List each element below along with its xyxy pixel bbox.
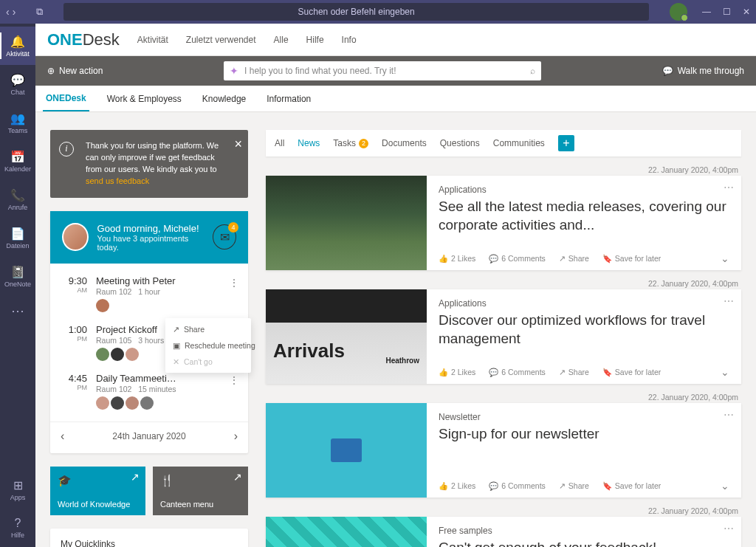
quicklinks-title: My Quicklinks	[61, 539, 238, 547]
banner-text: Thank you for using the platform. We can…	[86, 141, 219, 173]
appt-more-button[interactable]: ⋮	[229, 374, 239, 386]
rail-label: Anrufe	[8, 204, 28, 211]
new-action-button[interactable]: ⊕New action	[47, 66, 103, 76]
mail-badge: 4	[228, 222, 238, 233]
plus-circle-icon: ⊕	[47, 66, 55, 76]
appointment-row[interactable]: 4:45PM Daily Teammeeti… Raum 102 15 minu…	[50, 367, 248, 416]
chat-icon: 💬	[10, 73, 25, 87]
file-icon: 📄	[10, 227, 25, 241]
tile-canteen[interactable]: 🍴 ↗ Canteen menu	[153, 467, 248, 515]
rail-files[interactable]: 📄Dateien	[0, 219, 35, 257]
rail-calls[interactable]: 📞Anrufe	[0, 180, 35, 219]
help-search-input[interactable]: ✦ I help you to find what you need. Try …	[224, 61, 541, 80]
rail-onenote[interactable]: 📓OneNote	[0, 257, 35, 295]
header-link-help[interactable]: Hilfe	[306, 35, 324, 45]
ctx-share[interactable]: ↗Share	[165, 321, 251, 337]
appt-more-button[interactable]: ⋮	[229, 277, 239, 289]
rail-apps[interactable]: ⊞Apps	[0, 470, 35, 509]
card-headline: Can't get enough of your feedback!	[439, 539, 729, 547]
header-link-recent[interactable]: Zuletzt verwendet	[186, 35, 256, 45]
share-button[interactable]: ↗ Share	[559, 368, 589, 376]
forward-button[interactable]: ›	[13, 6, 16, 18]
expand-icon[interactable]: ⌄	[721, 252, 729, 264]
tab-knowledge[interactable]: Knowledge	[199, 86, 249, 111]
card-thumbnail	[266, 176, 427, 270]
header-link-all[interactable]: Alle	[274, 35, 289, 45]
rail-teams[interactable]: 👥Teams	[0, 103, 35, 142]
comments-button[interactable]: 💬 6 Comments	[489, 368, 546, 377]
ctx-cant-go: ✕Can't go	[165, 354, 251, 370]
filter-tasks[interactable]: Tasks2	[333, 138, 368, 148]
filter-documents[interactable]: Documents	[382, 138, 427, 148]
info-icon: i	[59, 142, 74, 156]
close-banner-button[interactable]: ×	[234, 134, 242, 154]
onedesk-header: ONEDesk Aktivität Zuletzt verwendet Alle…	[35, 24, 756, 56]
rail-chat[interactable]: 💬Chat	[0, 65, 35, 103]
card-headline: Discover our optimized workflows for tra…	[439, 312, 729, 348]
feed-card[interactable]: Arrivals Heathrow Applications Discover …	[266, 289, 741, 384]
tab-onedesk[interactable]: ONEDesk	[43, 86, 89, 111]
feed-card[interactable]: Free samples Can't get enough of your fe…	[266, 517, 741, 547]
maximize-button[interactable]: ☐	[723, 7, 731, 17]
save-button[interactable]: 🔖 Save for later	[602, 368, 661, 377]
next-day-button[interactable]: ›	[234, 430, 238, 443]
tab-information[interactable]: Information	[264, 86, 314, 111]
header-link-activity[interactable]: Aktivität	[137, 35, 168, 45]
rail-activity[interactable]: 🔔Aktivität	[0, 27, 35, 65]
onedesk-logo[interactable]: ONEDesk	[47, 30, 120, 49]
appointment-row[interactable]: 1:00PM Project Kickoff Raum 105 3 hours …	[50, 318, 248, 367]
back-button[interactable]: ‹	[6, 6, 10, 18]
comments-button[interactable]: 💬 6 Comments	[489, 481, 546, 491]
card-headline: Sign-up for our newsletter	[439, 425, 729, 444]
rail-calendar[interactable]: 📅Kalender	[0, 142, 35, 180]
teams-rail: 🔔Aktivität 💬Chat 👥Teams 📅Kalender 📞Anruf…	[0, 24, 35, 547]
card-more-button[interactable]: ⋯	[724, 523, 734, 534]
likes-button[interactable]: 👍 2 Likes	[439, 481, 475, 491]
appt-ampm: PM	[61, 384, 87, 391]
graduation-icon: 🎓	[58, 474, 72, 486]
phone-icon: 📞	[10, 188, 25, 202]
feedback-link[interactable]: send us feedback	[86, 176, 149, 185]
popout-icon[interactable]: ⧉	[36, 6, 43, 18]
save-button[interactable]: 🔖 Save for later	[602, 481, 661, 491]
user-avatar[interactable]	[670, 3, 687, 21]
filter-questions[interactable]: Questions	[440, 138, 480, 148]
expand-icon[interactable]: ⌄	[721, 366, 729, 378]
rail-label: Hilfe	[11, 531, 24, 539]
prev-day-button[interactable]: ‹	[61, 430, 64, 443]
feed-timestamp: 22. January 2020, 4:00pm	[266, 279, 738, 288]
likes-button[interactable]: 👍 2 Likes	[439, 368, 475, 377]
tab-work-employees[interactable]: Work & Employess	[104, 86, 185, 111]
share-button[interactable]: ↗ Share	[559, 254, 589, 263]
appt-title: Daily Teammeeti…	[96, 373, 176, 384]
card-more-button[interactable]: ⋯	[724, 182, 734, 193]
ctx-reschedule[interactable]: ▣Reschedule meeting	[165, 337, 251, 354]
filter-news[interactable]: News	[298, 138, 320, 148]
tile-knowledge[interactable]: 🎓 ↗ World of Knowledge	[50, 467, 145, 515]
feed-card[interactable]: Newsletter Sign-up for our newsletter 👍 …	[266, 403, 741, 498]
comments-button[interactable]: 💬 6 Comments	[489, 254, 546, 264]
envelope-icon: ✉	[220, 230, 230, 244]
expand-icon[interactable]: ⌄	[721, 480, 729, 492]
close-window-button[interactable]: ✕	[743, 7, 750, 17]
walk-me-through-button[interactable]: 💬Walk me through	[662, 66, 744, 76]
rail-help[interactable]: ?Hilfe	[0, 509, 35, 547]
filter-all[interactable]: All	[275, 138, 284, 148]
apps-icon: ⊞	[13, 478, 23, 492]
filter-communities[interactable]: Communities	[493, 138, 545, 148]
card-more-button[interactable]: ⋯	[724, 409, 734, 421]
share-button[interactable]: ↗ Share	[559, 481, 589, 490]
quicklinks-card: My Quicklinks 🏷 Brandlab →	[50, 529, 248, 547]
mail-button[interactable]: ✉ 4	[213, 224, 236, 250]
card-more-button[interactable]: ⋯	[724, 295, 734, 307]
likes-button[interactable]: 👍 2 Likes	[439, 254, 475, 264]
global-search[interactable]: Suchen oder Befehl eingeben	[63, 3, 649, 21]
save-button[interactable]: 🔖 Save for later	[602, 254, 661, 264]
appointment-row[interactable]: 9:30AM Meeting with Peter Raum 102 1 hou…	[50, 269, 248, 318]
header-link-info[interactable]: Info	[342, 35, 357, 45]
rail-more[interactable]: ⋯	[11, 295, 24, 326]
feed-card[interactable]: Applications See all the latest media re…	[266, 176, 741, 270]
add-filter-button[interactable]: +	[558, 135, 574, 151]
greeting-avatar	[62, 223, 89, 251]
minimize-button[interactable]: —	[702, 7, 711, 17]
